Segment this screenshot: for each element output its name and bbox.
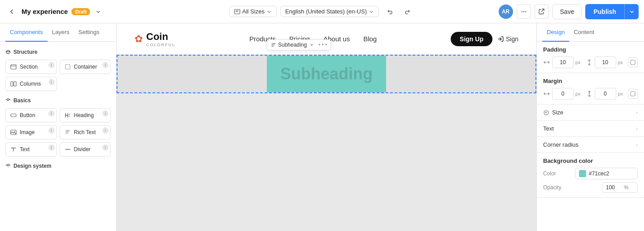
- tab-components[interactable]: Components: [5, 23, 48, 42]
- padding-header[interactable]: Padding: [543, 46, 638, 53]
- padding-v-unit: px: [618, 60, 623, 65]
- text-row[interactable]: Text ›: [537, 121, 644, 137]
- component-heading[interactable]: Heading i: [60, 108, 111, 122]
- opacity-label: Opacity: [543, 184, 561, 191]
- component-image[interactable]: Image i: [5, 125, 57, 139]
- section-icon: [10, 64, 17, 70]
- component-section[interactable]: Section i: [5, 60, 57, 74]
- subheading-toolbar: Subheading • • •: [267, 39, 331, 50]
- bg-color-title: Background color: [543, 157, 638, 164]
- design-system-label: Design system: [13, 163, 52, 169]
- margin-vertical-input[interactable]: 0: [595, 88, 616, 100]
- subheading-block[interactable]: Subheading • • • Subheading: [267, 56, 386, 92]
- text-icon: [10, 146, 17, 153]
- padding-horizontal-input[interactable]: 10: [552, 57, 574, 68]
- corner-radius-row[interactable]: Corner radius ›: [537, 137, 644, 153]
- right-panel-content: Padding 10 px 10 px: [537, 42, 644, 231]
- canvas-content: ✿ Coin COLORFUL Products Pricing About u…: [117, 23, 536, 231]
- page-title: My experience: [22, 8, 68, 15]
- component-divider[interactable]: Divider i: [60, 142, 111, 157]
- image-info: i: [48, 127, 55, 134]
- nav-cta-group: Sign Up Sign: [451, 32, 518, 46]
- lang-selector[interactable]: English (United States) (en-US): [280, 6, 379, 17]
- divider-label: Divider: [74, 146, 91, 153]
- size-selector[interactable]: All Sizes: [229, 6, 277, 17]
- topbar: My experience Draft All Sizes English (U…: [0, 0, 644, 23]
- tab-design[interactable]: Design: [542, 23, 569, 42]
- svg-point-1: [521, 11, 522, 12]
- button-info: i: [48, 110, 55, 117]
- avatar: AR: [499, 4, 513, 19]
- nav-blog[interactable]: Blog: [363, 35, 377, 43]
- color-value-group[interactable]: #71cec2: [575, 168, 638, 179]
- right-tabs: Design Content: [537, 23, 644, 42]
- color-swatch: [579, 170, 586, 177]
- signin-button[interactable]: Sign: [497, 35, 518, 43]
- divider-info: i: [102, 144, 109, 151]
- logo-icon: ✿: [135, 33, 143, 45]
- padding-link-icon[interactable]: [628, 57, 638, 67]
- size-row[interactable]: Size ›: [537, 105, 644, 121]
- component-container[interactable]: Container i: [60, 60, 111, 74]
- more-button[interactable]: [517, 4, 531, 19]
- subheading-toolbar-label: Subheading: [278, 42, 307, 48]
- opacity-row: Opacity %: [543, 182, 638, 193]
- columns-info: i: [48, 79, 55, 85]
- basics-grid: Button i Heading i Image i: [5, 108, 111, 157]
- left-panel-content: Structure Section i Container i: [0, 42, 116, 231]
- margin-row: 0 px 0 px: [543, 88, 638, 100]
- back-button[interactable]: [5, 5, 18, 18]
- signin-label: Sign: [506, 35, 518, 43]
- rich-text-label: Rich Text: [74, 129, 96, 135]
- publish-dropdown-button[interactable]: [624, 4, 639, 19]
- padding-row: 10 px 10 px: [543, 57, 638, 68]
- button-icon: [10, 112, 17, 118]
- signup-button[interactable]: Sign Up: [451, 32, 492, 46]
- subheading-toolbar-more[interactable]: • • •: [318, 42, 327, 48]
- component-columns[interactable]: Columns i: [5, 77, 57, 91]
- publish-button[interactable]: Publish: [585, 4, 624, 19]
- padding-label: Padding: [543, 46, 566, 53]
- svg-rect-8: [11, 114, 16, 117]
- left-panel: Components Layers Settings Structure Sec…: [0, 23, 117, 231]
- padding-vertical-input[interactable]: 10: [595, 57, 616, 68]
- svg-point-3: [525, 11, 526, 12]
- svg-rect-7: [14, 82, 16, 86]
- preview-button[interactable]: [535, 4, 549, 19]
- color-hex-value: #71cec2: [589, 170, 609, 177]
- tab-layers[interactable]: Layers: [48, 23, 74, 42]
- undo-button[interactable]: [383, 4, 397, 19]
- redo-button[interactable]: [400, 4, 415, 19]
- subheading-text: Subheading: [280, 65, 373, 83]
- color-label: Color: [543, 170, 556, 177]
- margin-section: Margin 0 px 0 px: [537, 73, 644, 105]
- topbar-left: My experience Draft: [5, 5, 226, 18]
- margin-h-unit: px: [575, 91, 581, 96]
- component-button[interactable]: Button i: [5, 108, 57, 122]
- component-rich-text[interactable]: Rich Text i: [60, 125, 111, 139]
- svg-rect-12: [631, 92, 635, 96]
- margin-link-icon[interactable]: [628, 89, 638, 99]
- component-text[interactable]: Text i: [5, 142, 57, 157]
- page-title-chevron[interactable]: [94, 7, 103, 16]
- columns-label: Columns: [20, 81, 41, 87]
- opacity-input[interactable]: [606, 184, 624, 191]
- save-button[interactable]: Save: [553, 4, 582, 19]
- heading-info: i: [102, 110, 109, 117]
- color-row: Color #71cec2: [543, 168, 638, 179]
- design-system-header[interactable]: Design system: [5, 163, 111, 169]
- corner-radius-label: Corner radius: [543, 141, 579, 148]
- basics-header[interactable]: Basics: [5, 97, 111, 104]
- margin-header[interactable]: Margin: [543, 78, 638, 84]
- canvas-section[interactable]: Subheading • • • Subheading: [117, 55, 536, 93]
- text-label: Text: [543, 125, 554, 132]
- structure-header[interactable]: Structure: [5, 49, 111, 55]
- structure-grid: Section i Container i Columns i: [5, 60, 111, 91]
- heading-label: Heading: [74, 112, 94, 118]
- margin-horizontal-input[interactable]: 0: [552, 88, 574, 100]
- tab-content[interactable]: Content: [569, 23, 599, 42]
- topbar-center: All Sizes English (United States) (en-US…: [229, 4, 415, 19]
- size-reset-icon[interactable]: [543, 109, 549, 116]
- tab-settings[interactable]: Settings: [74, 23, 104, 42]
- button-label: Button: [20, 112, 35, 118]
